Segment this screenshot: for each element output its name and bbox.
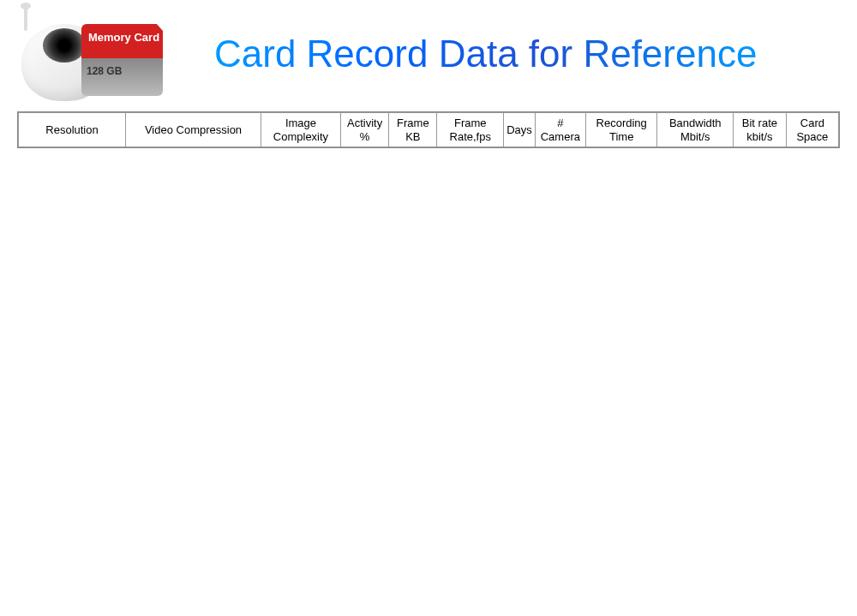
camera-icon: Memory Card 128 GB [17,7,120,101]
col-days: Days [504,113,536,147]
page-title: Card Record Data for Reference [214,33,757,75]
col-frame-rate: Frame Rate,fps [437,113,504,147]
sd-card-icon: Memory Card 128 GB [81,24,163,97]
col-bitrate: Bit rate kbit/s [734,113,787,147]
col-rec-time: Recording Time [585,113,657,147]
col-frame-kb: Frame KB [389,113,437,147]
col-space: Card Space [786,113,838,147]
col-bandwidth: Bandwidth Mbit/s [657,113,734,147]
data-table: Resolution Video Compression Image Compl… [18,112,839,147]
sd-card-label: Memory Card [88,31,159,44]
data-table-container: Resolution Video Compression Image Compl… [17,111,840,148]
col-complexity: Image Complexity [261,113,341,147]
col-activity: Activity % [340,113,388,147]
col-compression: Video Compression [126,113,261,147]
sd-card-size: 128 GB [87,65,122,77]
col-resolution: Resolution [19,113,126,147]
col-cameras: # Camera [535,113,585,147]
header: Memory Card 128 GB Card Record Data for … [17,4,840,103]
table-header: Resolution Video Compression Image Compl… [19,113,839,147]
